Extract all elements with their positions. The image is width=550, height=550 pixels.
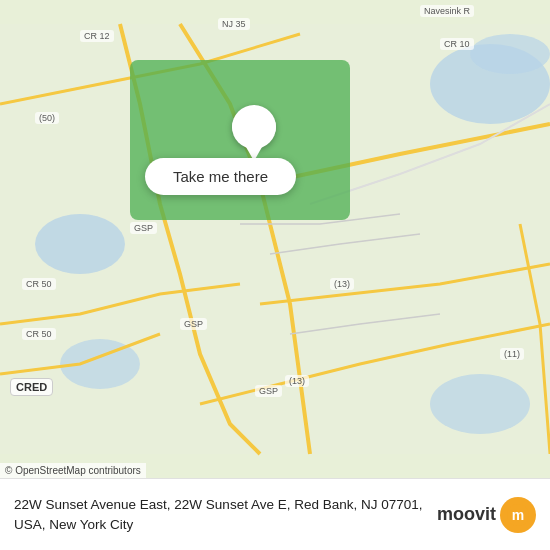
osm-text: © OpenStreetMap contributors <box>5 465 141 476</box>
road-label-gsp1: GSP <box>130 222 157 234</box>
road-label-gsp2: GSP <box>180 318 207 330</box>
svg-text:m: m <box>512 507 524 523</box>
address-section: 22W Sunset Avenue East, 22W Sunset Ave E… <box>14 495 437 535</box>
cred-badge: CRED <box>10 378 53 396</box>
road-label-cr50b: CR 50 <box>22 328 56 340</box>
road-label-11: (11) <box>500 348 524 360</box>
road-label-cr50a: CR 50 <box>22 278 56 290</box>
svg-point-2 <box>470 34 550 74</box>
pin-dot <box>232 116 252 138</box>
take-me-there-button[interactable]: Take me there <box>145 158 296 195</box>
road-label-13b: (13) <box>285 375 309 387</box>
location-pin <box>232 105 276 161</box>
road-label-13a: (13) <box>330 278 354 290</box>
road-label-nj35: NJ 35 <box>218 18 250 30</box>
road-label-50: (50) <box>35 112 59 124</box>
osm-attribution: © OpenStreetMap contributors <box>0 463 146 478</box>
app-container: Take me there CR 12 NJ 35 CR 10 (50) CR … <box>0 0 550 550</box>
road-label-cr10: CR 10 <box>440 38 474 50</box>
road-label-cr12: CR 12 <box>80 30 114 42</box>
svg-point-3 <box>35 214 125 274</box>
moovit-logo: moovit m <box>437 497 536 533</box>
road-label-navesink: Navesink R <box>420 5 474 17</box>
pin-circle <box>232 105 276 149</box>
moovit-wordmark: moovit <box>437 504 496 525</box>
info-bar: 22W Sunset Avenue East, 22W Sunset Ave E… <box>0 478 550 550</box>
road-label-gsp3: GSP <box>255 385 282 397</box>
moovit-logo-svg: m <box>507 504 529 526</box>
address-text: 22W Sunset Avenue East, 22W Sunset Ave E… <box>14 497 423 532</box>
map-area[interactable]: Take me there CR 12 NJ 35 CR 10 (50) CR … <box>0 0 550 478</box>
moovit-icon: m <box>500 497 536 533</box>
svg-point-5 <box>430 374 530 434</box>
